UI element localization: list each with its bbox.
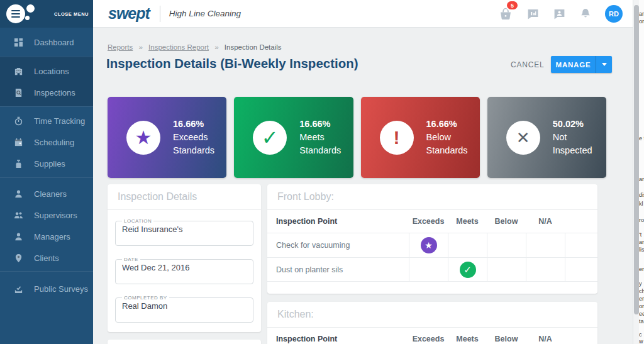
edge-text-fragment: en bbox=[639, 296, 644, 302]
completed-by-field[interactable]: COMPLETED BY Real Damon bbox=[115, 295, 253, 323]
stat-label: Standards bbox=[299, 144, 341, 157]
sidebar-item-public-surveys[interactable]: Public Surveys bbox=[0, 278, 93, 299]
star-icon: ★ bbox=[126, 121, 160, 155]
stat-percent: 16.66% bbox=[173, 118, 214, 131]
edge-text-fragment: y bbox=[639, 281, 642, 287]
date-field[interactable]: DATE Wed Dec 21, 2016 bbox=[115, 257, 253, 284]
column-na: N/A bbox=[526, 217, 565, 226]
stat-percent: 16.66% bbox=[299, 118, 341, 131]
sidebar-section-1: Dashboard bbox=[0, 28, 93, 57]
swept-logo[interactable]: swept bbox=[108, 4, 150, 23]
date-field-label: DATE bbox=[122, 257, 140, 262]
hamburger-menu-icon bbox=[6, 4, 25, 23]
breadcrumb: Reports » Inspections Report » Inspectio… bbox=[108, 43, 282, 51]
stat-percent: 16.66% bbox=[426, 118, 468, 131]
sidebar-item-locations[interactable]: Locations bbox=[0, 60, 93, 82]
completed-by-field-value: Real Damon bbox=[122, 301, 247, 311]
column-meets: Meets bbox=[448, 217, 487, 226]
top-bar: swept High Line Cleaning 5 RD bbox=[93, 0, 633, 28]
sidebar-item-scheduling[interactable]: Scheduling bbox=[0, 131, 93, 153]
edge-text-fragment: ch bbox=[639, 289, 644, 294]
stat-label: Exceeds bbox=[173, 131, 214, 144]
sidebar: CLOSE MENU Dashboard Locations Inspectio… bbox=[0, 0, 93, 344]
direct-messages-button[interactable] bbox=[553, 8, 566, 21]
sidebar-item-dashboard[interactable]: Dashboard bbox=[0, 31, 93, 53]
x-icon: ✕ bbox=[506, 121, 540, 155]
company-messages-button[interactable] bbox=[526, 8, 540, 21]
section-title: Kitchen: bbox=[267, 302, 597, 328]
edge-text-fragment: ars bbox=[639, 11, 644, 17]
map-pin-icon bbox=[13, 253, 24, 263]
sidebar-item-cleaners[interactable]: Cleaners bbox=[0, 183, 93, 204]
manage-button[interactable]: MANAGE bbox=[551, 56, 612, 73]
section-title: Front Lobby: bbox=[267, 184, 597, 210]
panel-title: Inspection Details bbox=[108, 184, 261, 210]
sidebar-item-managers[interactable]: Managers bbox=[0, 226, 93, 247]
edge-text-fragment: ee bbox=[639, 311, 644, 317]
person-icon bbox=[13, 231, 24, 241]
location-field[interactable]: LOCATION Reid Insurance's bbox=[115, 218, 253, 246]
manage-dropdown-button[interactable] bbox=[596, 56, 612, 73]
edge-text-fragment: w bbox=[639, 339, 643, 344]
cancel-button[interactable]: CANCEL bbox=[511, 60, 544, 69]
supplies-basket-button[interactable]: 5 bbox=[498, 6, 513, 21]
table-header-row: Inspection Point Exceeds Meets Below N/A bbox=[267, 328, 597, 344]
edge-text-fragment: er bbox=[639, 267, 644, 272]
edge-text-fragment: 't bbox=[639, 232, 641, 238]
inspection-point-label: Check for vacuuming bbox=[267, 241, 409, 250]
edge-text-fragment: dis bbox=[639, 192, 644, 198]
inspection-point-label: Dust on planter sils bbox=[267, 265, 409, 274]
people-icon bbox=[13, 210, 24, 220]
column-exceeds: Exceeds bbox=[409, 217, 448, 226]
section-kitchen: Kitchen: Inspection Point Exceeds Meets … bbox=[267, 302, 597, 344]
scrollbar-thumb[interactable] bbox=[634, 5, 639, 314]
completed-by-field-label: COMPLETED BY bbox=[122, 295, 169, 301]
stat-card-exceeds: ★ 16.66% Exceeds Standards bbox=[108, 97, 226, 178]
stat-label: Not Inspected bbox=[553, 131, 606, 157]
breadcrumb-reports[interactable]: Reports bbox=[108, 43, 133, 51]
close-menu-button[interactable]: CLOSE MENU bbox=[0, 0, 93, 28]
logo-dot-small bbox=[25, 16, 30, 20]
edge-text-fragment: or bbox=[639, 304, 644, 309]
table-header-row: Inspection Point Exceeds Meets Below N/A bbox=[267, 210, 597, 233]
scrollbar-track[interactable] bbox=[633, 0, 639, 344]
column-below: Below bbox=[487, 335, 526, 343]
table-row: Dust on planter sils ✓ bbox=[267, 257, 597, 281]
column-inspection-point: Inspection Point bbox=[267, 217, 409, 226]
edge-text-fragment: c bbox=[639, 332, 642, 338]
logo-dot-large bbox=[26, 4, 35, 13]
check-icon: ✓ bbox=[253, 121, 287, 155]
breadcrumb-separator: » bbox=[214, 43, 218, 51]
page-title: Inspection Details (Bi-Weekly Inspection… bbox=[106, 56, 358, 71]
chat-building-icon bbox=[526, 8, 540, 21]
stat-card-meets: ✓ 16.66% Meets Standards bbox=[234, 97, 353, 178]
breadcrumb-inspections-report[interactable]: Inspections Report bbox=[148, 43, 209, 51]
breadcrumb-separator: » bbox=[138, 43, 142, 51]
survey-icon bbox=[13, 284, 24, 294]
sidebar-item-clients[interactable]: Clients bbox=[0, 247, 93, 269]
sidebar-item-supplies[interactable]: Supplies bbox=[0, 153, 93, 174]
bell-icon bbox=[579, 8, 592, 20]
edge-text-fragment: lis bbox=[639, 247, 644, 253]
next-panel-partial bbox=[108, 340, 261, 344]
sidebar-item-time-tracking[interactable]: Time Tracking bbox=[0, 110, 93, 131]
sidebar-section-5: Public Surveys bbox=[0, 271, 93, 306]
building-icon bbox=[13, 66, 24, 76]
inspection-doc-icon bbox=[13, 87, 24, 97]
sidebar-item-supervisors[interactable]: Supervisors bbox=[0, 204, 93, 226]
edge-text-fragment: ar bbox=[639, 177, 644, 182]
edge-text-fragment: e f bbox=[639, 136, 644, 141]
header-divider bbox=[160, 6, 160, 22]
edge-text-fragment: on bbox=[639, 19, 644, 25]
app-window: CLOSE MENU Dashboard Locations Inspectio… bbox=[0, 0, 644, 344]
sidebar-item-inspections[interactable]: Inspections bbox=[0, 82, 93, 103]
stat-card-not-inspected: ✕ 50.02% Not Inspected bbox=[487, 97, 606, 178]
user-avatar[interactable]: RD bbox=[605, 5, 623, 23]
column-exceeds: Exceeds bbox=[409, 335, 448, 343]
right-edge-strip: arsone fardisklro'tarliserychenoreetacw bbox=[639, 0, 644, 344]
table-row: Check for vacuuming ★ bbox=[267, 233, 597, 257]
spray-bottle-icon bbox=[13, 158, 24, 169]
notifications-button[interactable] bbox=[579, 8, 592, 20]
stat-label: Standards bbox=[173, 144, 214, 157]
exclamation-icon: ! bbox=[380, 121, 414, 155]
